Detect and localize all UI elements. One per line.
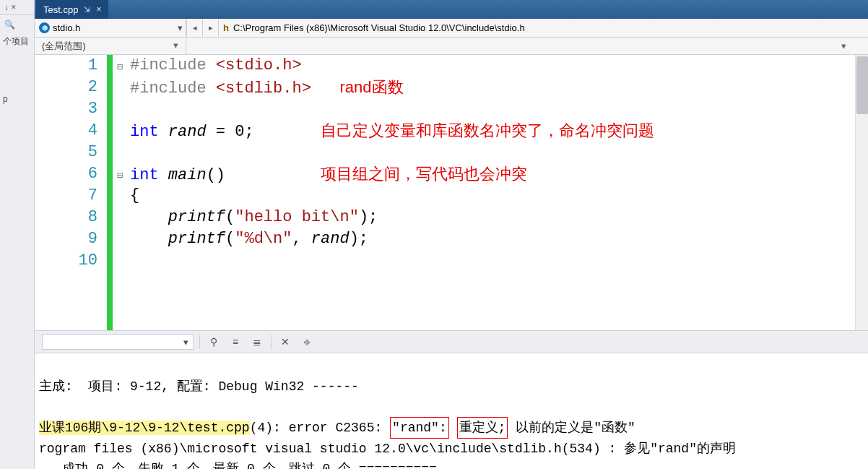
scope-bar: (全局范围) ▾ ▾ [35,38,868,55]
annotation-conflict: 自己定义变量和库函数名冲突了，命名冲突问题 [321,121,654,139]
scope-label: (全局范围) [42,40,86,53]
tab-label: Test.cpp [43,4,78,15]
code-editor[interactable]: 1 2 3 4 5 6 7 8 9 10 ⊟ ⊟ #include <stdio… [35,55,868,330]
scope-dropdown[interactable]: (全局范围) ▾ [35,38,186,54]
solution-explorer-stub: ↓ × 🔍 个项目 p [0,0,35,469]
panel-tab[interactable]: ↓ × [0,0,34,15]
output-line-summary: 成功 0 个，失败 1 个，最新 0 个，跳过 0 个 ========== [39,462,437,469]
tab-testcpp[interactable]: Test.cpp ⇲ × [36,0,108,19]
scope-file-dropdown[interactable]: ⊕ stdio.h ▾ [35,19,186,37]
breadcrumb-bar: ⊕ stdio.h ▾ ◂ ▸ h C:\Program Files (x86)… [35,19,868,38]
fold-toggle-icon[interactable]: ⊟ [113,165,127,186]
output-line-see-decl: rogram files (x86)\microsoft visual stud… [39,442,736,456]
output-line-build: 主成: 项目: 9-12, 配置: Debug Win32 ------ [39,379,359,394]
main-area: Test.cpp ⇲ × ⊕ stdio.h ▾ ◂ ▸ h C:\Progra… [35,0,868,469]
scope-file-label: stdio.h [53,22,172,33]
chevron-down-icon[interactable]: ▾ [175,22,186,33]
fold-toggle-icon[interactable]: ⊟ [113,56,127,78]
annotation-rand: rand函数 [339,78,403,96]
scrollbar-thumb[interactable] [856,56,868,114]
change-marker [107,55,113,330]
code-content[interactable]: #include <stdio.h> #include <stdlib.h> r… [127,55,868,330]
file-path-text: C:\Program Files (x86)\Microsoft Visual … [233,22,525,33]
list-alt-icon[interactable]: ≣ [249,334,265,350]
close-icon[interactable]: × [96,4,101,14]
build-output[interactable]: 主成: 项目: 9-12, 配置: Debug Win32 ------ 业课1… [35,353,868,469]
error-token-rand: "rand": [390,417,449,439]
sidebar-label-projects: 个项目 [0,34,34,49]
find-icon[interactable]: ⚲ [206,334,222,350]
error-token-redefine: 重定义; [457,417,508,439]
fold-gutter[interactable]: ⊟ ⊟ [113,55,127,330]
chevron-down-icon[interactable]: ▾ [173,40,178,53]
document-tab-bar: Test.cpp ⇲ × [35,0,868,19]
line-number-gutter: 1 2 3 4 5 6 7 8 9 10 [35,55,107,330]
nav-fwd-button[interactable]: ▸ [202,19,218,37]
search-icon[interactable]: 🔍 [0,15,34,34]
nav-back-button[interactable]: ◂ [186,19,202,37]
output-toolbar: ▾ ⚲ ≡ ≣ ✕ ⎆ [35,330,868,353]
vertical-scrollbar[interactable] [855,55,868,330]
output-error-file[interactable]: 业课106期\9-12\9-12\test.cpp [39,421,250,435]
file-path-display: h C:\Program Files (x86)\Microsoft Visua… [219,22,868,33]
header-file-icon: h [223,22,229,33]
globe-icon: ⊕ [39,22,50,33]
pin-icon[interactable]: ⇲ [84,5,90,14]
chevron-down-icon[interactable]: ▾ [841,40,846,51]
clear-icon[interactable]: ✕ [277,334,293,350]
annotation-team: 项目组之间，写代码也会冲突 [321,165,527,183]
list-icon[interactable]: ≡ [227,334,243,350]
wrap-icon[interactable]: ⎆ [299,334,315,350]
output-source-dropdown[interactable]: ▾ [42,334,194,350]
sidebar-label-p: p [0,92,34,106]
